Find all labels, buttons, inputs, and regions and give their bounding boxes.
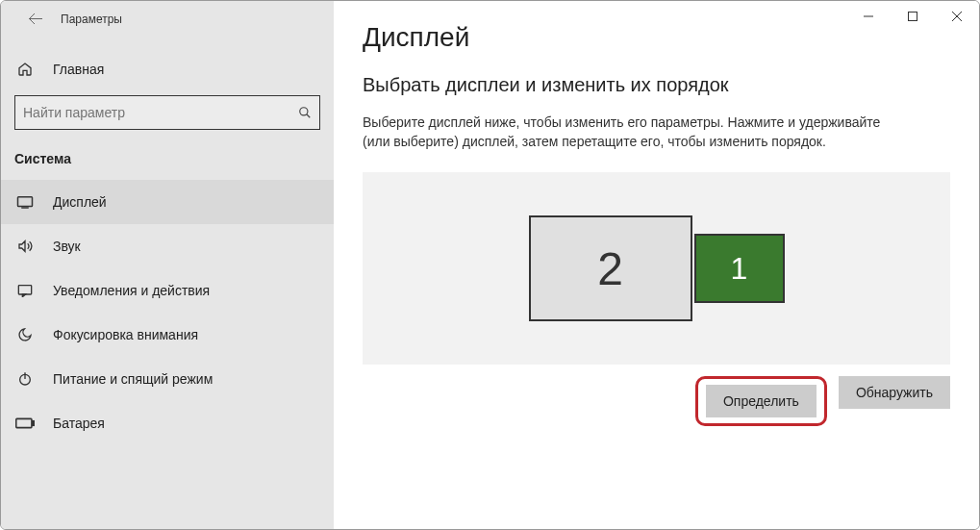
monitor-1[interactable]: 1 — [694, 234, 785, 303]
home-icon — [14, 62, 36, 77]
sidebar-item-label: Уведомления и действия — [53, 283, 210, 298]
sidebar-item-battery[interactable]: Батарея — [1, 401, 334, 445]
app-title: Параметры — [61, 13, 122, 26]
sidebar-item-power[interactable]: Питание и спящий режим — [1, 357, 334, 401]
sidebar-item-label: Фокусировка внимания — [53, 327, 198, 342]
battery-icon — [14, 417, 36, 429]
svg-marker-4 — [19, 241, 25, 252]
section-title: Выбрать дисплеи и изменить их порядок — [363, 74, 950, 96]
detect-button[interactable]: Обнаружить — [839, 376, 950, 409]
sidebar-item-label: Батарея — [53, 416, 105, 431]
category-label: Система — [1, 143, 334, 180]
sidebar-item-label: Питание и спящий режим — [53, 371, 213, 387]
svg-line-1 — [307, 114, 311, 118]
monitor-label: 2 — [597, 242, 623, 295]
section-description: Выберите дисплей ниже, чтобы изменить ег… — [363, 114, 901, 151]
svg-marker-6 — [22, 294, 25, 297]
window-controls — [846, 1, 979, 32]
back-button[interactable]: 🡠 — [20, 4, 51, 35]
search-input[interactable] — [23, 105, 298, 120]
notifications-icon — [14, 284, 36, 297]
svg-rect-12 — [909, 13, 917, 21]
sidebar-item-label: Звук — [53, 239, 81, 254]
search-icon — [298, 106, 312, 119]
sidebar-item-sound[interactable]: Звук — [1, 224, 334, 268]
sidebar-item-focus[interactable]: Фокусировка внимания — [1, 313, 334, 357]
sound-icon — [14, 239, 36, 254]
svg-rect-10 — [33, 421, 35, 426]
display-icon — [14, 195, 36, 209]
maximize-button[interactable] — [891, 1, 935, 32]
sidebar-item-display[interactable]: Дисплей — [1, 180, 334, 224]
titlebar-left: 🡠 Параметры — [1, 1, 334, 38]
svg-rect-9 — [16, 418, 32, 427]
search-box[interactable] — [14, 95, 320, 130]
nav-home[interactable]: Главная — [1, 47, 334, 91]
svg-rect-5 — [18, 286, 31, 294]
moon-icon — [14, 327, 36, 342]
button-row: Определить Обнаружить — [363, 376, 950, 426]
identify-button[interactable]: Определить — [706, 385, 817, 417]
sidebar: 🡠 Параметры Главная Система Дисплей — [1, 1, 334, 529]
power-icon — [14, 371, 36, 387]
main-panel: Дисплей Выбрать дисплеи и изменить их по… — [334, 1, 979, 529]
minimize-button[interactable] — [846, 1, 891, 32]
svg-point-0 — [300, 108, 308, 115]
svg-rect-2 — [18, 197, 33, 207]
sidebar-item-label: Дисплей — [53, 194, 107, 210]
nav-home-label: Главная — [53, 62, 104, 77]
display-arrangement-area[interactable]: 2 1 — [363, 172, 950, 365]
close-button[interactable] — [935, 1, 979, 32]
sidebar-item-notifications[interactable]: Уведомления и действия — [1, 268, 334, 313]
arrow-left-icon: 🡠 — [28, 11, 43, 28]
monitor-label: 1 — [731, 251, 748, 287]
monitor-2[interactable]: 2 — [529, 215, 692, 321]
highlight-annotation: Определить — [695, 376, 827, 426]
